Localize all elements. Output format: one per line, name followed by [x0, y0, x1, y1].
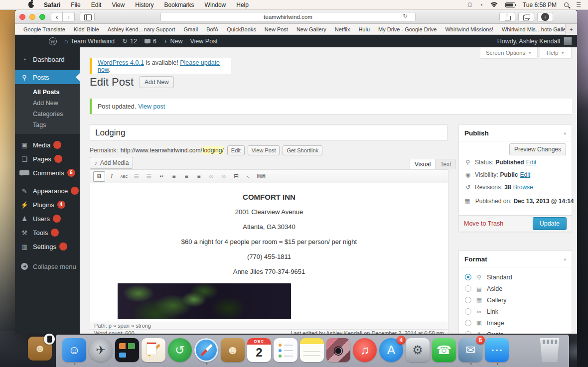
dock-icon-launchpad[interactable]: ✈ — [89, 338, 114, 367]
battery-icon[interactable] — [505, 2, 515, 7]
edit-permalink-button[interactable]: Edit — [227, 145, 245, 155]
radio-button[interactable] — [465, 331, 471, 334]
dock-divider[interactable] — [511, 338, 536, 367]
kitchen-sink-button[interactable]: ⌨ — [255, 171, 267, 182]
bookmark-item[interactable]: My Drive - Google Drive — [378, 26, 437, 32]
browse-revisions-link[interactable]: Browse — [513, 184, 533, 191]
add-media-button[interactable]: ♪ Add Media — [90, 157, 133, 169]
update-button[interactable]: Update — [533, 217, 567, 230]
dock-icon-app-store[interactable]: A 4 — [379, 338, 404, 367]
dock-icon-calendar[interactable]: DEC 2 — [247, 338, 272, 367]
bookmark-item[interactable]: Kids' Bible — [74, 26, 99, 32]
editor-content[interactable]: COMFORT INN2001 Clearview AvenueAtlanta,… — [90, 183, 448, 322]
dock-icon-system-preferences[interactable]: ⚙ — [406, 338, 431, 367]
radio-button[interactable] — [465, 320, 471, 326]
bookmark-item[interactable]: QuickBooks — [227, 26, 256, 32]
get-shortlink-button[interactable]: Get Shortlink — [283, 145, 322, 155]
blockquote-button[interactable]: “ — [155, 171, 167, 182]
numbered-list-button[interactable]: ☰ — [143, 171, 155, 182]
tab-visual[interactable]: Visual — [410, 159, 436, 169]
dock-icon-mail[interactable]: ✉ 5 ● — [458, 338, 483, 367]
view-post-link[interactable]: View post — [138, 103, 165, 110]
sidebar-item-posts[interactable]: ⚲ Posts — [15, 70, 80, 84]
unlink-button[interactable]: ∞ — [218, 171, 230, 182]
admin-bar-view-post[interactable]: View Post — [190, 38, 217, 45]
app-status-icon[interactable]: ◔ — [479, 2, 483, 8]
dock-icon-itunes[interactable]: ♫ — [353, 338, 378, 367]
spotlight-icon[interactable] — [564, 2, 569, 7]
italic-button[interactable]: I — [106, 171, 118, 182]
downloads-button[interactable]: ↓ — [537, 12, 553, 22]
new-tab-button[interactable]: + — [565, 24, 577, 35]
dock-icon-finder[interactable]: ☺ ● — [62, 338, 87, 367]
bold-button[interactable]: B — [93, 171, 105, 182]
link-button[interactable]: ∞ — [205, 171, 217, 182]
collapse-toggle-icon[interactable]: ▴ — [564, 130, 566, 135]
align-right-button[interactable]: ≡ — [193, 171, 205, 182]
sidebar-item-pages[interactable]: ❏ Pages — [15, 152, 80, 166]
radio-button[interactable] — [465, 297, 471, 303]
bookmark-item[interactable]: Ashley Kend…nary Support — [108, 26, 175, 32]
share-button[interactable] — [499, 12, 515, 22]
format-option-link[interactable]: ∞ Link — [459, 306, 572, 317]
view-post-button[interactable]: View Post — [248, 145, 280, 155]
dock-icon-notes[interactable] — [300, 338, 325, 367]
apple-menu-icon[interactable] — [28, 1, 34, 8]
format-option-image[interactable]: ▣ Image — [459, 317, 572, 329]
strikethrough-button[interactable]: ABC — [118, 171, 130, 182]
menu-item[interactable]: Edit — [91, 1, 102, 8]
dock-icon-facetime[interactable]: ☎ — [432, 338, 457, 367]
dock-icon-trash[interactable] — [538, 338, 563, 367]
collapse-menu-button[interactable]: ◀ Collapse menu — [15, 259, 80, 273]
dock-icon-green-usb-app[interactable]: ↺ — [168, 338, 193, 367]
format-option-gallery[interactable]: ▦ Gallery — [459, 294, 572, 306]
bookmark-item[interactable]: New Gallery — [296, 26, 326, 32]
dock-icon-messages[interactable]: ⋯ ● — [485, 338, 510, 367]
sidebar-item-settings[interactable]: ▥ Settings — [15, 240, 80, 253]
bookmark-item[interactable]: BofA — [206, 26, 218, 32]
add-new-button[interactable]: Add New — [140, 76, 174, 88]
sidebar-subitem-tags[interactable]: Tags — [15, 120, 80, 130]
sidebar-item-dashboard[interactable]: ◔ Dashboard — [15, 52, 80, 66]
admin-bar-new[interactable]: + New — [164, 37, 183, 45]
menu-item[interactable]: File — [71, 1, 80, 8]
close-window-button[interactable] — [19, 14, 25, 20]
sidebar-subitem-all-posts[interactable]: All Posts — [15, 87, 80, 98]
notification-center-icon[interactable]: ☰ — [576, 1, 581, 8]
format-option-quote[interactable]: “ Quote — [459, 329, 572, 334]
menu-item[interactable]: Bookmarks — [164, 1, 194, 8]
forward-button[interactable]: › — [63, 12, 75, 22]
post-image-trees[interactable] — [118, 283, 291, 319]
align-center-button[interactable]: ≡ — [180, 171, 192, 182]
format-option-standard[interactable]: ⚲ Standard — [459, 271, 572, 283]
permalink-slug[interactable]: lodging/ — [202, 146, 224, 154]
radio-button[interactable] — [465, 285, 471, 292]
dock-icon-address-book-sync[interactable]: ☻ — [28, 337, 53, 361]
wordpress-logo-icon[interactable]: W — [49, 37, 57, 45]
bookmark-item[interactable]: New Post — [265, 26, 288, 32]
sidebar-subitem-add-new[interactable]: Add New — [15, 98, 80, 109]
admin-bar-howdy[interactable]: Howdy, Ashley Kendall — [497, 38, 560, 45]
back-button[interactable]: ‹ — [51, 12, 63, 22]
post-title-input[interactable] — [90, 124, 447, 141]
align-left-button[interactable]: ≡ — [168, 171, 180, 182]
sidebar-subitem-categories[interactable]: Categories — [15, 109, 80, 120]
admin-bar-comments[interactable]: 6 — [145, 38, 156, 45]
admin-bar-site-name[interactable]: ⌂ Team Whirlwind — [64, 37, 115, 45]
sidebar-item-tools[interactable]: ⚒ Tools — [15, 226, 80, 240]
reload-icon[interactable]: ↻ — [403, 12, 408, 19]
distraction-free-button[interactable]: ↔ — [243, 171, 255, 182]
bookmark-item[interactable]: Gmail — [184, 26, 198, 32]
menu-item[interactable]: Help — [236, 1, 249, 8]
dock-icon-reminders[interactable] — [274, 338, 298, 367]
sidebar-item-comments[interactable]: Comments 6 — [15, 166, 80, 180]
app-menu-title[interactable]: Safari — [44, 1, 60, 8]
wifi-icon[interactable] — [490, 2, 498, 8]
help-tab[interactable]: Help▼ — [540, 47, 572, 59]
sidebar-toggle-button[interactable] — [80, 12, 95, 22]
tab-text[interactable]: Text — [436, 159, 456, 169]
user-avatar[interactable] — [564, 37, 572, 45]
dock-icon-window-tiles-app[interactable] — [115, 338, 140, 367]
sidebar-item-media[interactable]: ▣ Media — [15, 138, 80, 152]
bookmark-item[interactable]: Hulu — [358, 26, 370, 32]
